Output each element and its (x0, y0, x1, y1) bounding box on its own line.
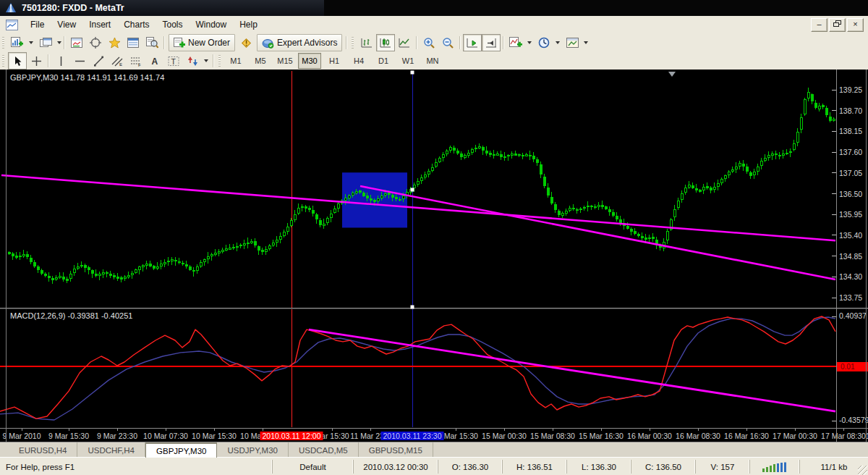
timeframe-mn-button[interactable]: MN (421, 53, 444, 69)
menu-file[interactable]: File (24, 17, 51, 32)
expert-advisors-label: Expert Advisors (277, 38, 337, 48)
chart-area[interactable]: GBPJPY,M30 141.78 141.91 141.69 141.74 M… (0, 70, 868, 442)
status-cell-5: V: 157 (695, 460, 749, 474)
timeframe-d1-button[interactable]: D1 (372, 53, 395, 69)
timeframe-h4-button[interactable]: H4 (347, 53, 370, 69)
time-axis-tick (332, 429, 333, 431)
timeframe-m15-button[interactable]: M15 (273, 53, 297, 69)
profiles-button[interactable] (36, 34, 55, 51)
menu-tools[interactable]: Tools (156, 17, 190, 32)
chart-tab-usdchf-h4[interactable]: USDCHF,H4 (77, 442, 145, 458)
toolbar-grip[interactable] (2, 37, 4, 49)
zoom-in-button[interactable] (420, 34, 438, 51)
price-axis-label: 136.50 (839, 190, 867, 198)
time-axis: 9 Mar 20109 Mar 15:309 Mar 23:3010 Mar 0… (0, 428, 868, 442)
price-axis-label: 139.25 (839, 85, 867, 94)
chart-canvas[interactable] (0, 70, 868, 442)
channel-button[interactable]: E (108, 52, 127, 70)
timeframe-w1-button[interactable]: W1 (396, 53, 420, 69)
indicators-caret[interactable] (527, 41, 532, 44)
strategy-tester-button[interactable] (142, 34, 161, 51)
arrows-caret[interactable] (204, 59, 208, 62)
child-close-button[interactable]: × (847, 18, 864, 32)
periods-button[interactable] (535, 34, 553, 51)
time-axis-tick (117, 429, 118, 431)
child-minimize-button[interactable]: – (811, 18, 827, 32)
macd-axis-bottom-label: -0.43579 (839, 416, 868, 424)
chart-tab-eurusd-h4[interactable]: EURUSD,H4 (9, 442, 77, 458)
text-label-button[interactable]: T (164, 52, 183, 70)
price-axis-label: 138.70 (839, 106, 867, 115)
crosshair-button[interactable] (27, 52, 46, 70)
trendline-button[interactable] (89, 52, 108, 70)
menu-view[interactable]: View (51, 17, 82, 32)
zoom-out-button[interactable] (438, 34, 457, 51)
periods-caret[interactable] (556, 41, 560, 44)
status-cell-4: C: 136.50 (631, 460, 695, 474)
autotrading-alert-button[interactable] (237, 34, 255, 51)
new-chart-button[interactable] (8, 34, 27, 51)
macd-label: MACD(12,26,9) -0.39381 -0.40251 (10, 311, 132, 320)
expert-advisors-icon (262, 38, 274, 49)
chart-tab-usdcad-m5[interactable]: USDCAD,M5 (289, 442, 359, 458)
indicators-button[interactable] (506, 34, 525, 51)
timeframes-toolbar: M1M5M15M30H1H4D1W1MN (224, 53, 444, 69)
market-watch-button[interactable] (67, 34, 86, 51)
text-button[interactable]: A (145, 52, 164, 70)
child-restore-button[interactable] (829, 18, 846, 32)
time-axis-label: 9 Mar 15:30 (48, 432, 89, 440)
time-axis-label: 9 Mar 2010 (2, 432, 41, 440)
vline-blue-time-label: 2010.03.11 23:30 (381, 432, 444, 440)
menu-help[interactable]: Help (233, 17, 264, 32)
chart-tab-gbpusd-m15[interactable]: GBPUSD,M15 (359, 442, 433, 458)
time-axis-tick (166, 429, 166, 431)
chart-tab-usdjpy-m30[interactable]: USDJPY,M30 (217, 442, 288, 458)
child-window-icon[interactable] (6, 20, 18, 30)
chart-tab-gbpjpy-m30[interactable]: GBPJPY,M30 (145, 442, 217, 458)
navigator-button[interactable] (105, 34, 124, 51)
timeframe-h1-button[interactable]: H1 (323, 53, 346, 69)
toolbar-grip[interactable] (2, 55, 4, 67)
menu-charts[interactable]: Charts (117, 17, 156, 32)
terminal-button[interactable] (124, 34, 142, 51)
resize-grip[interactable] (858, 466, 867, 475)
price-axis-label: 137.60 (839, 148, 867, 156)
price-axis-label: 134.85 (839, 252, 867, 261)
bar-chart-button[interactable] (357, 34, 376, 51)
time-axis-label: 17 Mar 00:30 (773, 432, 817, 440)
data-window-button[interactable] (86, 34, 105, 51)
new-order-button[interactable]: New Order (169, 34, 235, 51)
menu-window[interactable]: Window (190, 17, 234, 32)
templates-button[interactable] (563, 34, 582, 51)
time-axis-tick (214, 429, 215, 431)
mdi-controls: – × (811, 18, 864, 32)
status-cell-3: L: 136.30 (566, 460, 631, 474)
menu-insert[interactable]: Insert (82, 17, 117, 32)
timeframe-m30-button[interactable]: M30 (298, 53, 321, 69)
profiles-caret[interactable] (57, 41, 61, 44)
titlebar: 7501280: FXDD - MetaTr (0, 0, 868, 16)
svg-text:F: F (138, 62, 141, 67)
chart-shift-button[interactable] (482, 34, 501, 51)
horizontal-line-button[interactable] (70, 52, 89, 70)
price-axis-label: 135.95 (839, 210, 867, 219)
candlestick-chart-button[interactable] (376, 34, 395, 51)
vertical-line-button[interactable] (51, 52, 70, 70)
line-chart-button[interactable] (395, 34, 414, 51)
templates-caret[interactable] (584, 41, 588, 44)
svg-text:T: T (171, 56, 176, 65)
new-order-icon (174, 38, 185, 49)
expert-advisors-button[interactable]: Expert Advisors (257, 34, 342, 51)
toolbar-grip[interactable] (218, 55, 221, 67)
timeframe-m5-button[interactable]: M5 (249, 53, 272, 69)
time-axis-tick (553, 429, 553, 431)
cursor-button[interactable] (8, 52, 27, 70)
fibonacci-button[interactable]: F (127, 52, 145, 70)
toolbar-grip[interactable] (352, 37, 354, 49)
new-chart-caret[interactable] (29, 41, 33, 44)
time-axis-label: 16 Mar 08:30 (676, 432, 720, 440)
timeframe-m1-button[interactable]: M1 (224, 53, 247, 69)
arrows-button[interactable] (183, 52, 202, 70)
status-profile[interactable]: Default (272, 460, 353, 474)
auto-scroll-button[interactable] (463, 34, 482, 51)
